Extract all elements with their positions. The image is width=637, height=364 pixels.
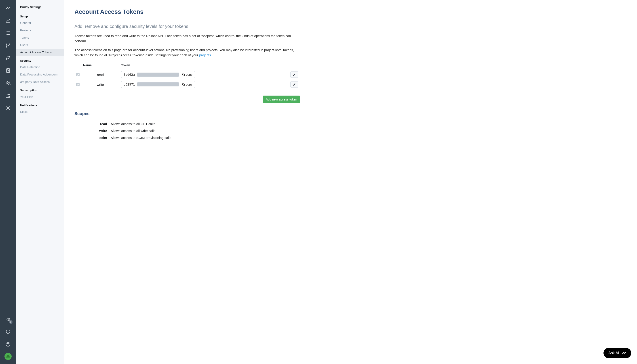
- scope-row: write Allows access to all write calls: [75, 128, 173, 134]
- avatar[interactable]: [5, 353, 12, 360]
- scope-row: scim Allows access to SCIM provisioning …: [75, 134, 173, 141]
- main-content: Account Access Tokens Add, remove and co…: [64, 0, 637, 364]
- folder-settings-icon[interactable]: [4, 92, 12, 100]
- edit-button[interactable]: [290, 81, 298, 88]
- projects-link[interactable]: projects: [199, 53, 211, 57]
- sidebar-heading: Buddy Settings: [16, 4, 64, 12]
- copy-button[interactable]: copy: [180, 81, 195, 88]
- scope-desc: Allows access to SCIM provisioning calls: [109, 134, 173, 141]
- svg-point-8: [7, 108, 9, 109]
- scope-desc: Allows access to all write calls: [109, 128, 173, 134]
- icon-rail: 2: [0, 0, 16, 364]
- sidebar-section-security: Security: [16, 56, 64, 64]
- svg-point-2: [9, 44, 10, 45]
- pencil-icon: [293, 83, 296, 86]
- ask-ai-button[interactable]: Ask AI: [603, 348, 631, 358]
- gear-icon[interactable]: [4, 104, 12, 112]
- svg-point-0: [6, 44, 7, 45]
- nav-users[interactable]: Users: [16, 42, 64, 49]
- announce-badge: 2: [9, 320, 13, 324]
- token-field: d52971 copy: [121, 81, 195, 88]
- svg-point-7: [9, 96, 10, 97]
- pencil-icon: [293, 73, 296, 76]
- nav-slack[interactable]: Slack: [16, 108, 64, 116]
- token-field: 0ed62a copy: [121, 71, 195, 78]
- scope-row: read Allows access to all GET calls: [75, 120, 173, 127]
- logo-icon[interactable]: [4, 4, 12, 12]
- add-token-button[interactable]: Add new access token: [263, 96, 300, 103]
- list-icon[interactable]: [4, 29, 12, 37]
- ask-ai-label: Ask AI: [608, 351, 619, 355]
- nav-general[interactable]: General: [16, 20, 64, 27]
- svg-rect-10: [7, 355, 9, 356]
- analytics-icon[interactable]: [4, 16, 12, 24]
- token-mask: [137, 72, 179, 76]
- shield-icon[interactable]: [4, 328, 12, 336]
- checkbox-disabled: [76, 83, 80, 86]
- para2-text-b: .: [211, 53, 212, 57]
- nav-projects[interactable]: Projects: [16, 27, 64, 34]
- help-icon[interactable]: [4, 340, 12, 348]
- copy-button[interactable]: copy: [180, 71, 195, 78]
- nav-data-retention[interactable]: Data Retention: [16, 64, 64, 71]
- copy-icon: [182, 83, 185, 86]
- table-row: write d52971 copy: [74, 80, 300, 89]
- add-button-row: Add new access token: [74, 96, 300, 103]
- nav-teams[interactable]: Teams: [16, 34, 64, 42]
- scopes-title: Scopes: [74, 111, 627, 116]
- announce-icon[interactable]: 2: [4, 315, 12, 323]
- svg-rect-11: [7, 356, 10, 358]
- sidebar-section-setup: Setup: [16, 12, 64, 20]
- copy-label: copy: [186, 73, 192, 76]
- scope-name: scim: [75, 134, 108, 141]
- table-row: read 0ed62a copy: [74, 70, 300, 80]
- nav-3rd-party[interactable]: 3rd party Data Access: [16, 78, 64, 86]
- scopes-table: read Allows access to all GET calls writ…: [74, 120, 173, 141]
- nav-dpa[interactable]: Data Processing Addendum: [16, 71, 64, 78]
- scope-name: read: [75, 120, 108, 127]
- settings-sidebar: Buddy Settings Setup General Projects Te…: [16, 0, 64, 364]
- svg-rect-12: [6, 357, 7, 358]
- sidebar-section-notifications: Notifications: [16, 101, 64, 108]
- intro-para-2: The access tokens on this page are for a…: [74, 48, 300, 58]
- token-name: read: [81, 70, 119, 80]
- svg-rect-15: [183, 84, 184, 86]
- search-doc-icon[interactable]: [4, 66, 12, 74]
- nav-your-plan[interactable]: Your Plan: [16, 93, 64, 101]
- th-token: Token: [119, 62, 287, 70]
- svg-rect-14: [183, 74, 184, 76]
- token-value: 0ed62a: [121, 73, 137, 76]
- tokens-table: Name Token read 0ed62a co: [74, 62, 300, 89]
- para2-text-a: The access tokens on this page are for a…: [74, 48, 294, 57]
- page-title: Account Access Tokens: [74, 8, 627, 16]
- rocket-icon[interactable]: [4, 54, 12, 62]
- scope-name: write: [75, 128, 108, 134]
- edit-button[interactable]: [290, 72, 298, 78]
- token-name: write: [81, 80, 119, 89]
- copy-label: copy: [186, 83, 192, 86]
- nav-account-access-tokens[interactable]: Account Access Tokens: [16, 49, 64, 56]
- svg-point-5: [7, 82, 8, 83]
- token-value: d52971: [121, 83, 137, 86]
- token-mask: [137, 82, 179, 86]
- ask-ai-icon: [621, 350, 626, 356]
- th-name: Name: [81, 62, 119, 70]
- page-subtitle: Add, remove and configure security level…: [74, 24, 627, 29]
- copy-icon: [182, 73, 185, 76]
- people-icon[interactable]: [4, 79, 12, 87]
- svg-rect-13: [9, 357, 10, 358]
- svg-rect-3: [7, 68, 10, 72]
- branch-icon[interactable]: [4, 42, 12, 50]
- scope-desc: Allows access to all GET calls: [109, 120, 173, 127]
- intro-para-1: Access tokens are used to read and write…: [74, 34, 300, 44]
- svg-point-6: [9, 82, 10, 83]
- svg-point-1: [6, 46, 7, 47]
- checkbox-disabled: [76, 73, 80, 76]
- sidebar-section-subscription: Subscription: [16, 86, 64, 93]
